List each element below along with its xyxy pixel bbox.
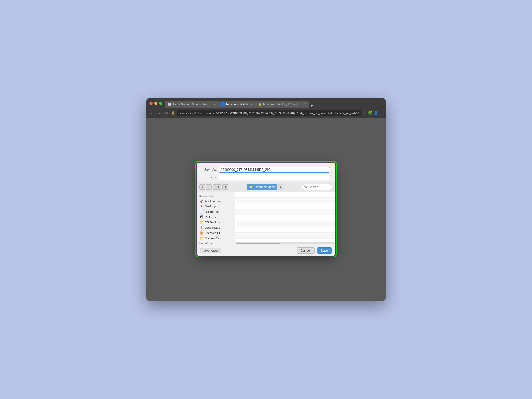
save-button[interactable]: Save: [317, 247, 332, 254]
tags-input[interactable]: [219, 175, 330, 180]
file-row: [235, 215, 335, 221]
folder-name-label: Facebook Video: [254, 185, 275, 189]
bookmark-icon[interactable]: ☆: [363, 111, 366, 115]
nav-buttons: ‹ ›: [200, 184, 212, 190]
sidebar-label-pictures: Pictures: [205, 215, 216, 219]
minimize-button[interactable]: [154, 102, 157, 105]
contentce-icon: 📁: [200, 236, 203, 240]
new-tab-button[interactable]: +: [309, 103, 314, 108]
save-as-label: Save As:: [202, 168, 217, 172]
sidebar-item-documents[interactable]: 📄 Documents: [197, 209, 235, 214]
fullscreen-button[interactable]: [159, 102, 162, 105]
sidebar-label-contentce: ContentCe...: [205, 237, 222, 240]
refresh-button[interactable]: ↻: [164, 111, 169, 115]
tab-label-facebook-watch: Facebook Watch: [226, 103, 248, 106]
tags-label: Tags:: [202, 176, 217, 179]
address-input[interactable]: [177, 110, 361, 116]
file-row: [235, 227, 335, 233]
file-row: [235, 192, 335, 198]
desktop-icon: 🖥: [200, 205, 203, 208]
sidebar-label-documents: Documents: [205, 210, 220, 213]
tab-label-url: https://scontent-lcy1-1.xx.fbc...: [263, 103, 301, 106]
dialog-overlay: Save As: Tags: ‹ ›: [146, 118, 386, 301]
grid-view-button[interactable]: ⊞: [222, 184, 228, 190]
sidebar-label-downloads: Downloads: [205, 226, 220, 229]
file-list: [235, 192, 335, 242]
tab-close-toms-guide[interactable]: ✕: [213, 103, 215, 106]
sidebar-item-creative-cl[interactable]: 🎨 Creative Cl...: [197, 230, 235, 236]
dialog-toolbar: ‹ › ☰ ▾ ⊞ 📁 Facebo: [197, 182, 335, 192]
favourites-label: Favourites: [197, 194, 235, 198]
file-row: [235, 198, 335, 203]
sidebar-item-desktop[interactable]: 🖥 Desktop: [197, 204, 235, 209]
tab-favicon-url: 🔒: [258, 102, 262, 106]
folder-name-button[interactable]: 📁 Facebook Video: [247, 184, 277, 190]
profile-icon[interactable]: 👤: [374, 111, 378, 115]
folder-icon: 📁: [249, 185, 253, 189]
tags-row: Tags:: [202, 175, 330, 180]
folder-toggle-button[interactable]: ▲: [278, 184, 283, 190]
tab-close-facebook-watch[interactable]: ✕: [250, 103, 252, 106]
locations-label: Locations: [197, 241, 235, 245]
cancel-button[interactable]: Cancel: [297, 247, 314, 254]
address-bar: ‹ › ↻ 🔒 ☆ 🧩 👤 ⋮: [146, 108, 386, 118]
new-folder-button[interactable]: New Folder: [200, 248, 221, 253]
tg-backgro-icon: 📁: [200, 221, 203, 224]
dialog-header: Save As: Tags:: [197, 163, 335, 182]
scroll-area[interactable]: [235, 242, 335, 245]
tabs-bar: 📰 Tom's Guide – Videos | Faceb... ✕ f Fa…: [165, 98, 383, 108]
list-icon: ☰: [215, 185, 217, 189]
tab-facebook-watch[interactable]: f Facebook Watch ✕: [218, 101, 255, 108]
close-button[interactable]: [149, 102, 153, 105]
extensions-icon[interactable]: 🧩: [368, 111, 372, 115]
search-input[interactable]: [309, 185, 330, 189]
sidebar-label-creative-cl: Creative Cl...: [205, 231, 222, 235]
sidebar-item-applications[interactable]: 🚀 Applications: [197, 198, 235, 204]
scrollbar-track: [236, 243, 334, 244]
list-view-button[interactable]: ☰ ▾: [213, 184, 221, 190]
traffic-lights: [149, 102, 162, 105]
back-button[interactable]: ‹: [149, 111, 154, 115]
dialog-footer: New Folder Cancel Save: [197, 245, 335, 256]
scrollbar-thumb[interactable]: [236, 243, 280, 244]
search-field[interactable]: 🔍: [302, 184, 332, 190]
more-icon[interactable]: ⋮: [380, 111, 383, 115]
tab-url[interactable]: 🔒 https://scontent-lcy1-1.xx.fbc... ✕: [255, 101, 309, 108]
sidebar-label-tg-backgro: TG Backgro...: [205, 221, 224, 224]
file-row: [235, 221, 335, 227]
downloads-icon: ⬇: [200, 226, 203, 230]
documents-icon: 📄: [200, 210, 203, 214]
sidebar-item-downloads[interactable]: ⬇ Downloads: [197, 225, 235, 230]
forward-button[interactable]: ›: [156, 111, 162, 115]
tab-close-url[interactable]: ✕: [304, 103, 306, 106]
search-icon: 🔍: [304, 185, 308, 189]
nav-forward-button[interactable]: ›: [206, 184, 212, 190]
sidebar-label-applications: Applications: [205, 200, 221, 203]
nav-back-button[interactable]: ‹: [200, 184, 205, 190]
file-row: [235, 209, 335, 215]
file-row: [235, 203, 335, 209]
dialog-body: Favourites 🚀 Applications 🖥 Desktop 📄: [197, 192, 335, 245]
sidebar-item-tg-backgro[interactable]: 📁 TG Backgro...: [197, 220, 235, 225]
folder-selector: 📁 Facebook Video ▲: [230, 184, 301, 190]
sidebar-item-pictures[interactable]: 🖼 Pictures: [197, 214, 235, 220]
browser-content: Save As: Tags: ‹ ›: [146, 118, 386, 301]
grid-icon: ⊞: [224, 185, 227, 189]
browser-window: 📰 Tom's Guide – Videos | Faceb... ✕ f Fa…: [146, 98, 386, 301]
list-view-chevron: ▾: [218, 185, 219, 189]
sidebar-item-contentce[interactable]: 📁 ContentCe...: [197, 236, 235, 241]
tab-favicon-facebook-watch: f: [221, 102, 225, 106]
tab-toms-guide[interactable]: 📰 Tom's Guide – Videos | Faceb... ✕: [165, 101, 218, 108]
toolbar-icons: ☆ 🧩 👤 ⋮: [363, 111, 383, 115]
applications-icon: 🚀: [200, 199, 203, 203]
tab-favicon-toms-guide: 📰: [168, 102, 171, 106]
dialog-main: [235, 192, 335, 245]
sidebar-label-desktop: Desktop: [205, 205, 216, 208]
title-bar: 📰 Tom's Guide – Videos | Faceb... ✕ f Fa…: [146, 98, 386, 108]
save-as-input[interactable]: [219, 167, 330, 173]
save-dialog: Save As: Tags: ‹ ›: [197, 163, 335, 256]
lock-icon: 🔒: [171, 111, 175, 115]
dialog-sidebar: Favourites 🚀 Applications 🖥 Desktop 📄: [197, 192, 235, 245]
pictures-icon: 🖼: [200, 215, 203, 219]
save-as-row: Save As:: [202, 167, 330, 173]
